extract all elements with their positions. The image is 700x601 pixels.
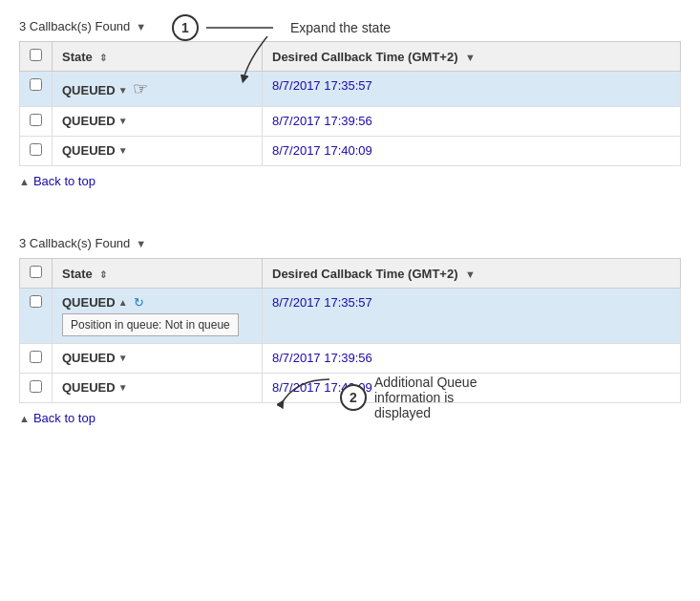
state-label: QUEUED xyxy=(62,295,116,310)
select-all-checkbox-1[interactable] xyxy=(30,49,42,61)
back-to-top-2[interactable]: ▲ Back to top xyxy=(19,411,681,425)
row-checkbox-cell xyxy=(20,344,53,374)
row-checkbox-cell xyxy=(20,289,53,344)
header-state-label-1: State xyxy=(62,50,93,64)
table-row: QUEUED ▼ 8/7/2017 17:40:09 xyxy=(20,374,681,403)
table-row: QUEUED ▼ ☞ 8/7/2017 17:35:57 xyxy=(20,72,681,107)
cursor-icon: ☞ xyxy=(133,79,148,98)
header-checkbox-2 xyxy=(20,259,53,289)
back-to-top-1[interactable]: ▲ Back to top xyxy=(19,174,681,188)
header-checkbox-1 xyxy=(20,42,53,72)
found-bar-1: 3 Callback(s) Found ▼ xyxy=(19,19,681,33)
time-value: 8/7/2017 17:39:56 xyxy=(272,114,372,128)
time-cell-1-3: 8/7/2017 17:40:09 xyxy=(263,137,681,166)
state-label: QUEUED xyxy=(62,114,116,128)
chevron-down-icon: ▼ xyxy=(118,145,128,156)
header-time-2: Desired Callback Time (GMT+2) ▼ xyxy=(263,259,681,289)
time-value: 8/7/2017 17:35:57 xyxy=(272,78,372,93)
row-checkbox[interactable] xyxy=(30,143,42,156)
chevron-up-icon: ▲ xyxy=(118,297,128,308)
state-cell-1-3: QUEUED ▼ xyxy=(53,137,263,166)
chevron-down-icon: ▼ xyxy=(118,85,128,96)
chevron-down-icon: ▼ xyxy=(118,382,128,393)
table-header-2: State ⇕ Desired Callback Time (GMT+2) ▼ xyxy=(20,259,681,289)
found-bar-2: 3 Callback(s) Found ▼ xyxy=(19,236,681,250)
time-cell-2-3: 8/7/2017 17:40:09 xyxy=(263,374,681,403)
table-row: QUEUED ▼ 8/7/2017 17:39:56 xyxy=(20,107,681,137)
state-expand-button-1-1[interactable]: QUEUED ▼ xyxy=(62,83,128,97)
state-label: QUEUED xyxy=(62,143,116,158)
back-to-top-arrow-1: ▲ xyxy=(19,176,30,187)
state-label: QUEUED xyxy=(62,83,116,97)
time-value: 8/7/2017 17:40:09 xyxy=(272,143,372,158)
queue-info-text: Position in queue: Not in queue xyxy=(71,318,230,332)
state-expand-button-2-1[interactable]: QUEUED ▲ xyxy=(62,295,128,310)
row-checkbox[interactable] xyxy=(30,78,42,91)
row-checkbox-cell xyxy=(20,72,53,107)
row-checkbox[interactable] xyxy=(30,295,42,308)
state-label: QUEUED xyxy=(62,351,116,365)
callbacks-table-1: State ⇕ Desired Callback Time (GMT+2) ▼ … xyxy=(19,41,681,166)
state-sort-icon-1[interactable]: ⇕ xyxy=(99,53,107,63)
table-row: QUEUED ▼ 8/7/2017 17:40:09 xyxy=(20,137,681,166)
time-dropdown-icon-2[interactable]: ▼ xyxy=(465,268,476,280)
time-value: 8/7/2017 17:39:56 xyxy=(272,351,372,365)
callbacks-table-2: State ⇕ Desired Callback Time (GMT+2) ▼ xyxy=(19,258,681,403)
state-expand-button-1-3[interactable]: QUEUED ▼ xyxy=(62,143,128,158)
time-value: 8/7/2017 17:35:57 xyxy=(272,295,372,310)
state-expand-button-2-2[interactable]: QUEUED ▼ xyxy=(62,351,128,365)
header-state-label-2: State xyxy=(62,267,93,281)
row-checkbox[interactable] xyxy=(30,351,42,363)
select-all-checkbox-2[interactable] xyxy=(30,266,42,278)
back-to-top-label-2: Back to top xyxy=(33,411,95,425)
time-cell-2-1: 8/7/2017 17:35:57 xyxy=(263,289,681,344)
state-cell-2-3: QUEUED ▼ xyxy=(53,374,263,403)
time-cell-1-1: 8/7/2017 17:35:57 xyxy=(263,72,681,107)
state-cell-1-1: QUEUED ▼ ☞ xyxy=(53,72,263,107)
found-count-1: 3 Callback(s) Found xyxy=(19,19,130,33)
found-dropdown-icon-2[interactable]: ▼ xyxy=(136,238,146,249)
back-to-top-arrow-2: ▲ xyxy=(19,413,30,424)
header-time-label-2: Desired Callback Time (GMT+2) xyxy=(272,267,457,281)
state-expand-button-2-3[interactable]: QUEUED ▼ xyxy=(62,380,128,395)
chevron-down-icon: ▼ xyxy=(118,353,128,363)
time-cell-1-2: 8/7/2017 17:39:56 xyxy=(263,107,681,137)
queue-info-box: Position in queue: Not in queue xyxy=(62,313,239,336)
row-checkbox-cell xyxy=(20,107,53,137)
state-sort-icon-2[interactable]: ⇕ xyxy=(99,269,107,280)
found-count-2: 3 Callback(s) Found xyxy=(19,236,130,250)
table-row: QUEUED ▲ ↻ Position in queue: Not in que… xyxy=(20,289,681,344)
state-label: QUEUED xyxy=(62,380,116,395)
state-cell-2-1: QUEUED ▲ ↻ Position in queue: Not in que… xyxy=(53,289,263,344)
state-cell-1-2: QUEUED ▼ xyxy=(53,107,263,137)
row-checkbox-cell xyxy=(20,374,53,403)
time-dropdown-icon-1[interactable]: ▼ xyxy=(465,52,476,63)
header-time-label-1: Desired Callback Time (GMT+2) xyxy=(272,50,457,64)
time-value: 8/7/2017 17:40:09 xyxy=(272,380,372,395)
back-to-top-label-1: Back to top xyxy=(33,174,95,188)
table-header-1: State ⇕ Desired Callback Time (GMT+2) ▼ xyxy=(20,42,681,72)
row-checkbox-cell xyxy=(20,137,53,166)
chevron-down-icon: ▼ xyxy=(118,116,128,126)
refresh-icon[interactable]: ↻ xyxy=(134,295,144,310)
header-time-1: Desired Callback Time (GMT+2) ▼ xyxy=(263,42,681,72)
row-checkbox[interactable] xyxy=(30,114,42,126)
header-state-1: State ⇕ xyxy=(53,42,263,72)
time-cell-2-2: 8/7/2017 17:39:56 xyxy=(263,344,681,374)
table-row: QUEUED ▼ 8/7/2017 17:39:56 xyxy=(20,344,681,374)
section-2: 3 Callback(s) Found ▼ State ⇕ Desired Ca… xyxy=(19,236,681,425)
state-expand-button-1-2[interactable]: QUEUED ▼ xyxy=(62,114,128,128)
found-dropdown-icon-1[interactable]: ▼ xyxy=(136,21,146,32)
section-1: 1 Expand the state 3 Callback(s) Found ▼ xyxy=(19,19,681,188)
header-state-2: State ⇕ xyxy=(53,259,263,289)
state-cell-2-2: QUEUED ▼ xyxy=(53,344,263,374)
row-checkbox[interactable] xyxy=(30,380,42,393)
